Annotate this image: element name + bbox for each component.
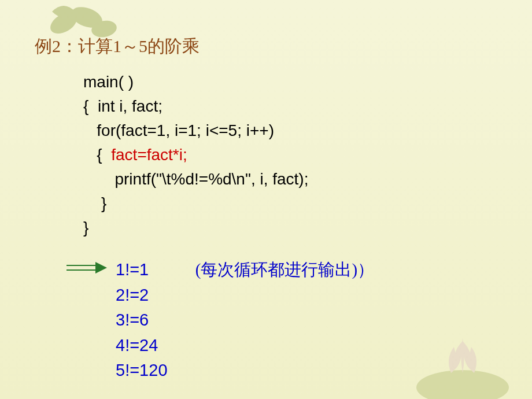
output-section: 1!=1 (每次循环都进行输出)） 2!=2 3!=6 4!=24 5!=120 — [66, 257, 497, 383]
arrow-container — [66, 257, 116, 276]
output-line-1-note: (每次循环都进行输出)） — [195, 260, 374, 279]
arrow-icon — [66, 262, 107, 274]
example-title: 例2：计算1～5的阶乘 — [35, 35, 497, 58]
code-block: main( ) { int i, fact; for(fact=1, i=1; … — [83, 70, 497, 240]
output-line-2: 2!=2 — [116, 286, 149, 304]
code-line-4-highlight: fact=fact*i; — [111, 146, 187, 164]
code-line-6: } — [83, 194, 106, 212]
slide-content: 例2：计算1～5的阶乘 main( ) { int i, fact; for(f… — [0, 0, 532, 383]
output-line-3: 3!=6 — [116, 311, 149, 329]
code-line-2: { int i, fact; — [83, 97, 162, 115]
code-line-5: printf("\t%d!=%d\n", i, fact); — [83, 170, 308, 188]
output-line-1-spacing — [149, 260, 195, 279]
output-block: 1!=1 (每次循环都进行输出)） 2!=2 3!=6 4!=24 5!=120 — [116, 257, 374, 383]
output-line-1-result: 1!=1 — [116, 260, 149, 279]
svg-marker-6 — [95, 262, 107, 274]
code-line-7: } — [83, 219, 88, 237]
output-line-5: 5!=120 — [116, 361, 168, 379]
code-line-4-open: { — [83, 146, 111, 164]
output-line-4: 4!=24 — [116, 336, 158, 354]
code-line-3: for(fact=1, i=1; i<=5; i++) — [83, 121, 274, 139]
code-line-1: main( ) — [83, 73, 134, 91]
